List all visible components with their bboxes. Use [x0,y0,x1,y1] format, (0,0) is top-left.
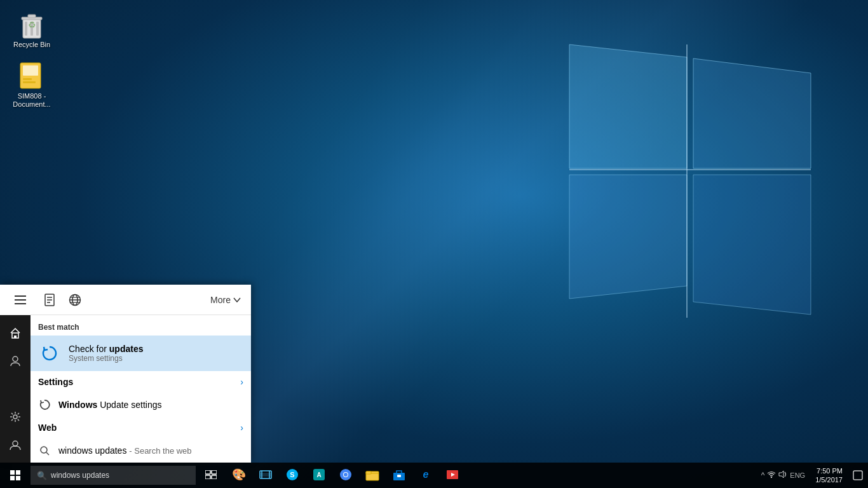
svg-point-31 [13,356,18,362]
taskbar-app-skype[interactable]: S [280,463,305,488]
svg-text:♻: ♻ [28,20,36,30]
time-display: 7:50 PM [815,466,843,475]
date-display: 1/5/2017 [815,475,843,484]
taskbar-app-store[interactable] [386,463,412,488]
start-button[interactable] [0,463,31,488]
svg-marker-63 [779,471,783,478]
sidebar-person-icon[interactable] [3,348,28,374]
svg-text:A: A [316,471,321,478]
best-match-update-icon [38,342,61,365]
web-search-text: windows updates - Search the web [58,445,243,456]
svg-rect-16 [23,81,36,83]
svg-rect-19 [15,303,26,304]
taskbar: 🔍 windows updates 🎨 S A [0,463,868,488]
taskbar-apps: 🎨 S A e [224,463,756,488]
taskbar-app-paint[interactable]: 🎨 [226,463,252,488]
recycle-bin-label: Recycle Bin [13,41,50,49]
svg-rect-7 [25,22,27,36]
svg-rect-56 [366,471,371,474]
web-arrow-icon: › [240,423,243,433]
taskbar-app-movies[interactable] [440,463,465,488]
language-indicator[interactable]: ENG [790,471,805,479]
windows-update-settings-item[interactable]: Windows Update settings [31,393,251,417]
svg-point-32 [13,415,17,419]
sidebar-user-icon[interactable] [3,432,28,458]
notification-icon[interactable] [848,463,868,488]
svg-marker-0 [569,44,687,168]
volume-icon[interactable] [778,470,787,480]
best-match-pre: Check for [69,344,109,354]
svg-rect-17 [15,295,26,297]
recycle-bin-image: ♻ [17,9,47,39]
svg-rect-38 [10,476,15,480]
web-query: windows updates [58,445,126,456]
svg-rect-58 [397,475,401,477]
settings-section-header[interactable]: Settings › [31,371,251,393]
tray-chevron-icon[interactable]: ^ [761,471,765,480]
globe-icon[interactable] [64,288,86,311]
web-search-icon [38,444,51,457]
best-match-title: Check for updates [69,344,144,354]
settings-label: Settings [38,377,233,387]
svg-rect-14 [23,65,38,76]
network-icon[interactable] [767,471,776,480]
search-toolbar: More [0,285,251,315]
svg-text:S: S [290,471,294,478]
system-tray: ^ ENG [756,463,810,488]
svg-point-34 [41,447,47,453]
web-section-header[interactable]: Web › [31,417,251,438]
svg-rect-41 [212,470,217,474]
taskbar-app-edge[interactable]: e [413,463,438,488]
best-match-item[interactable]: Check for updates System settings [31,336,251,371]
sim808-label: SIM808 - Document... [9,92,55,109]
taskbar-app-film[interactable] [253,463,278,488]
best-match-subtitle: System settings [69,354,144,363]
svg-rect-30 [14,336,17,338]
svg-rect-18 [15,299,26,301]
taskbar-app-arduino[interactable]: A [306,463,332,488]
more-button[interactable]: More [205,292,246,308]
svg-rect-40 [205,470,210,474]
windows-update-text: Windows Update settings [58,400,243,410]
taskbar-time[interactable]: 7:50 PM 1/5/2017 [810,466,848,485]
web-search-item[interactable]: windows updates - Search the web [31,438,251,463]
windows-text-windows: Windows Update settings [58,400,161,410]
recycle-bin-icon[interactable]: ♻ Recycle Bin [6,6,57,51]
taskbar-search-box[interactable]: 🔍 windows updates [31,466,196,485]
svg-marker-3 [693,175,811,315]
svg-point-62 [771,476,772,477]
taskbar-search-text: windows updates [51,471,109,480]
desktop-icons: ♻ Recycle Bin SIM808 - Document... [0,0,64,118]
svg-line-35 [46,452,49,455]
svg-rect-42 [205,475,210,479]
sidebar-home-icon[interactable] [3,320,28,346]
best-match-text: Check for updates System settings [69,344,144,363]
svg-marker-1 [693,58,811,168]
svg-point-33 [13,441,18,446]
svg-rect-15 [23,78,32,80]
web-suffix-text: - Search the web [129,446,191,456]
more-label: More [210,295,231,305]
sidebar-bottom [3,404,28,458]
sidebar-settings-icon[interactable] [3,404,28,430]
svg-rect-43 [212,475,217,479]
svg-rect-64 [853,471,862,480]
sim808-icon[interactable]: SIM808 - Document... [6,58,57,111]
best-match-bold: updates [109,344,144,354]
windows-logo [563,38,817,333]
search-content: Best match Check for updates System sett… [31,315,251,463]
document-icon[interactable] [38,288,61,311]
sim808-image [17,60,47,91]
hamburger-menu-icon[interactable] [9,288,32,311]
svg-rect-39 [16,476,20,480]
taskbar-app-chrome[interactable] [333,463,358,488]
task-view-button[interactable] [198,463,224,488]
taskbar-app-explorer[interactable] [360,463,385,488]
svg-text:e: e [423,469,429,480]
windows-update-icon [38,398,51,411]
best-match-label: Best match [31,315,251,336]
settings-arrow-icon: › [240,377,243,387]
svg-rect-36 [10,470,15,475]
svg-marker-2 [569,175,687,299]
search-panel: More Best match [0,285,251,463]
